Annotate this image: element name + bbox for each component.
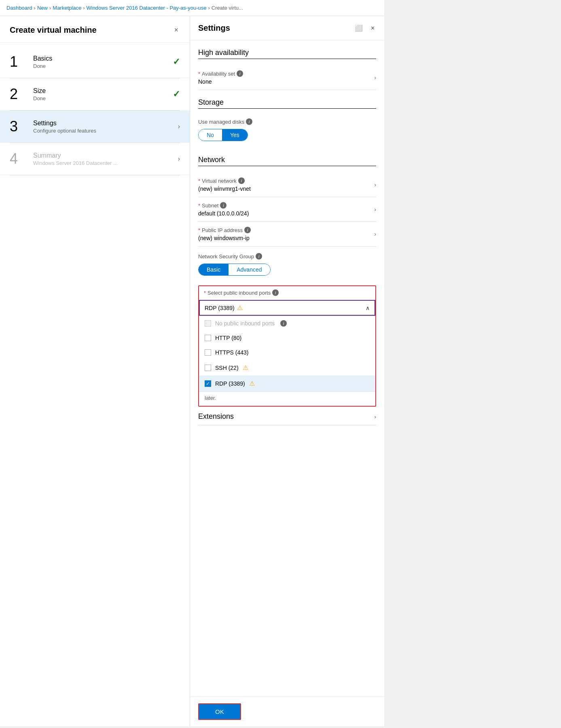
dropdown-chevron-up-icon: ∧ xyxy=(366,305,370,311)
breadcrumb-marketplace[interactable]: Marketplace xyxy=(53,5,81,11)
step-4-summary[interactable]: 4 Summary Windows Server 2016 Datacenter… xyxy=(0,143,190,175)
managed-disks-no-button[interactable]: No xyxy=(199,129,222,141)
public-ip-value: (new) windowsvm-ip xyxy=(198,235,374,241)
virtual-network-info-icon[interactable]: i xyxy=(238,177,245,184)
inbound-ports-dropdown[interactable]: RDP (3389) ⚠ ∧ xyxy=(199,300,375,316)
ok-button[interactable]: OK xyxy=(198,703,241,720)
inbound-option-none-info-icon[interactable]: i xyxy=(280,320,287,327)
availability-set-label-area: * Availability set i None xyxy=(198,70,374,85)
inbound-ports-info-icon[interactable]: i xyxy=(272,289,279,296)
inbound-ports-selected-value: RDP (3389) xyxy=(205,305,235,311)
managed-disks-info-icon[interactable]: i xyxy=(246,118,252,125)
inbound-ports-required: * xyxy=(204,290,206,296)
inbound-option-ssh[interactable]: SSH (22) ⚠ xyxy=(199,360,375,376)
step-4-content: Summary Windows Server 2016 Datacenter .… xyxy=(33,152,178,166)
inbound-option-https[interactable]: HTTPS (443) xyxy=(199,345,375,360)
step-2-number: 2 xyxy=(10,86,30,103)
left-panel: Create virtual machine × 1 Basics Done ✓… xyxy=(0,16,190,726)
inbound-option-rdp-label: RDP (3389) xyxy=(215,380,245,387)
step-3-title: Settings xyxy=(33,120,178,127)
step-1-content: Basics Done xyxy=(33,55,173,69)
subnet-label: * Subnet i xyxy=(198,202,374,209)
step-2-size[interactable]: 2 Size Done ✓ xyxy=(0,78,190,110)
step-3-settings[interactable]: 3 Settings Configure optional features › xyxy=(0,111,190,143)
subnet-required: * xyxy=(198,203,200,209)
storage-divider xyxy=(198,108,376,109)
inbound-option-none[interactable]: No public inbound ports i xyxy=(199,316,375,331)
public-ip-field[interactable]: * Public IP address i (new) windowsvm-ip… xyxy=(198,222,376,247)
extensions-chevron-icon: › xyxy=(374,414,376,420)
maximize-button[interactable]: ⬜ xyxy=(353,23,364,34)
subnet-info-icon[interactable]: i xyxy=(220,202,227,209)
inbound-option-http-checkbox xyxy=(205,335,211,341)
public-ip-chevron-icon: › xyxy=(374,231,376,237)
nsg-info-icon[interactable]: i xyxy=(256,253,262,260)
high-availability-heading: High availability xyxy=(198,49,376,57)
wizard-title: Create virtual machine xyxy=(10,25,97,35)
nsg-advanced-button[interactable]: Advanced xyxy=(229,264,270,275)
managed-disks-yes-button[interactable]: Yes xyxy=(222,129,248,141)
step-2-subtitle: Done xyxy=(33,95,173,101)
step-4-chevron-icon: › xyxy=(178,155,180,162)
inbound-option-rdp-checkbox: ✓ xyxy=(205,380,211,387)
right-panel-icons: ⬜ × xyxy=(353,23,376,34)
inbound-option-http-label: HTTP (80) xyxy=(215,335,241,341)
inbound-ports-label: * Select public inbound ports i xyxy=(204,289,370,296)
inbound-ports-label-text: Select public inbound ports xyxy=(207,290,271,296)
subnet-label-area: * Subnet i default (10.0.0.0/24) xyxy=(198,202,374,217)
breadcrumb-sep-1: › xyxy=(34,5,36,11)
breadcrumb-new[interactable]: New xyxy=(37,5,48,11)
step-4-title: Summary xyxy=(33,152,178,159)
public-ip-info-icon[interactable]: i xyxy=(244,227,251,233)
extensions-row[interactable]: Extensions › xyxy=(198,407,376,425)
public-ip-label-area: * Public IP address i (new) windowsvm-ip xyxy=(198,227,374,241)
subnet-value: default (10.0.0.0/24) xyxy=(198,210,374,217)
availability-set-field[interactable]: * Availability set i None › xyxy=(198,65,376,90)
breadcrumb-dashboard[interactable]: Dashboard xyxy=(6,5,32,11)
right-panel: Settings ⬜ × High availability * Availab… xyxy=(190,16,384,726)
nsg-row: Network Security Group i Basic Advanced xyxy=(198,247,376,281)
step-3-number: 3 xyxy=(10,118,30,135)
public-ip-required: * xyxy=(198,227,200,233)
step-4-number: 4 xyxy=(10,150,30,167)
breadcrumb-sep-3: › xyxy=(83,5,85,11)
network-divider xyxy=(198,166,376,166)
right-panel-close-button[interactable]: × xyxy=(369,23,376,34)
inbound-option-https-label: HTTPS (443) xyxy=(215,349,248,356)
inbound-ports-section: * Select public inbound ports i RDP (338… xyxy=(198,285,376,407)
network-heading: Network xyxy=(198,156,376,164)
breadcrumb-product[interactable]: Windows Server 2016 Datacenter - Pay-as-… xyxy=(86,5,206,11)
subnet-field[interactable]: * Subnet i default (10.0.0.0/24) › xyxy=(198,197,376,222)
inbound-option-http[interactable]: HTTP (80) xyxy=(199,331,375,345)
inbound-ports-warning-icon: ⚠ xyxy=(237,304,243,312)
step-1-check-icon: ✓ xyxy=(173,57,180,67)
virtual-network-required: * xyxy=(198,178,200,184)
inbound-option-none-label: No public inbound ports xyxy=(215,320,275,327)
nsg-label-text: Network Security Group xyxy=(198,253,254,260)
inbound-option-rdp[interactable]: ✓ RDP (3389) ⚠ xyxy=(199,376,375,391)
breadcrumb-sep-2: › xyxy=(49,5,51,11)
step-1-basics[interactable]: 1 Basics Done ✓ xyxy=(0,46,190,78)
virtual-network-label-text: Virtual network xyxy=(202,178,237,184)
subnet-label-text: Subnet xyxy=(202,203,218,209)
nsg-label: Network Security Group i xyxy=(198,253,376,260)
nsg-basic-button[interactable]: Basic xyxy=(199,264,229,275)
inbound-option-none-checkbox xyxy=(205,320,211,327)
step-1-number: 1 xyxy=(10,53,30,70)
virtual-network-field[interactable]: * Virtual network i (new) winvmrg1-vnet … xyxy=(198,173,376,197)
inbound-ports-options: No public inbound ports i HTTP (80) HTTP… xyxy=(199,316,375,406)
settings-title: Settings xyxy=(198,23,230,33)
step-2-content: Size Done xyxy=(33,87,173,101)
step-3-chevron-icon: › xyxy=(178,123,180,130)
inbound-ports-note: later. xyxy=(199,391,375,406)
availability-set-info-icon[interactable]: i xyxy=(237,70,243,77)
step-3-content: Settings Configure optional features xyxy=(33,120,178,134)
inbound-option-rdp-warning-icon: ⚠ xyxy=(249,380,255,387)
wizard-close-button[interactable]: × xyxy=(172,24,180,36)
inbound-ports-header: * Select public inbound ports i xyxy=(199,286,375,300)
managed-disks-label: Use managed disks i xyxy=(198,118,376,125)
virtual-network-value: (new) winvmrg1-vnet xyxy=(198,186,374,192)
step-3-subtitle: Configure optional features xyxy=(33,128,178,134)
breadcrumb: Dashboard › New › Marketplace › Windows … xyxy=(0,0,384,16)
availability-set-chevron-icon: › xyxy=(374,74,376,81)
